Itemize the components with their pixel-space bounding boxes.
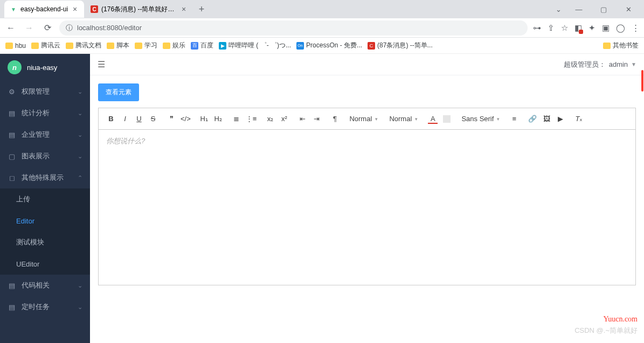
sidebar-item-stats[interactable]: ▤统计分析⌄ bbox=[0, 102, 90, 124]
bookmark-entertainment[interactable]: 娱乐 bbox=[163, 41, 185, 50]
sidebar-item-permissions[interactable]: ⚙权限管理⌄ bbox=[0, 81, 90, 102]
code-block-button[interactable]: </> bbox=[181, 115, 191, 123]
maximize-button[interactable]: ▢ bbox=[596, 5, 611, 13]
chevron-down-icon: ⌄ bbox=[78, 282, 82, 289]
size-select[interactable]: Normal▾ bbox=[345, 115, 383, 123]
outdent-button[interactable]: ⇤ bbox=[297, 115, 307, 123]
underline-button[interactable]: U bbox=[134, 115, 144, 123]
sidebar-item-enterprise[interactable]: ▤企业管理⌄ bbox=[0, 124, 90, 145]
bookmark-baidu[interactable]: 百百度 bbox=[191, 41, 213, 50]
link-button[interactable]: 🔗 bbox=[528, 115, 537, 123]
folder-icon bbox=[107, 43, 114, 49]
sidebar-subitem-test[interactable]: 测试模块 bbox=[0, 232, 90, 253]
star-icon[interactable]: ☆ bbox=[561, 23, 568, 33]
bookmark-tencent-cloud[interactable]: 腾讯云 bbox=[31, 41, 60, 50]
user-dropdown[interactable]: 超级管理员： admin ▼ bbox=[564, 60, 636, 69]
bookmark-processon[interactable]: OnProcessOn - 免费... bbox=[296, 41, 362, 50]
chart-icon: ▢ bbox=[8, 152, 16, 160]
sidebar-subitem-ueditor[interactable]: UEditor bbox=[0, 253, 90, 275]
main-panel: ☰ 超级管理员： admin ▼ 查看元素 B I U S ❞ </> bbox=[90, 54, 644, 343]
back-button[interactable]: ← bbox=[4, 23, 17, 33]
tab-strip: ▼ easy-backend-ui × C (176条消息) --简单就好的博客… bbox=[0, 0, 644, 18]
processon-icon: On bbox=[296, 42, 304, 50]
sidebar-submenu: 上传 Editor 测试模块 UEditor bbox=[0, 188, 90, 275]
chevron-down-icon[interactable]: ⌄ bbox=[556, 5, 562, 13]
bullet-list-button[interactable]: ⋮≡ bbox=[246, 115, 257, 123]
sidebar-item-code[interactable]: ▤代码相关⌄ bbox=[0, 275, 90, 296]
folder-icon bbox=[603, 43, 611, 49]
rtl-button[interactable]: ¶ bbox=[330, 115, 340, 123]
browser-tab-1[interactable]: C (176条消息) --简单就好的博客_ × bbox=[85, 1, 193, 18]
header-select[interactable]: Normal▾ bbox=[385, 115, 423, 123]
sidebar-item-special[interactable]: ◻其他特殊展示⌃ bbox=[0, 167, 90, 188]
forward-button[interactable]: → bbox=[23, 23, 36, 33]
browser-chrome: ▼ easy-backend-ui × C (176条消息) --简单就好的博客… bbox=[0, 0, 644, 54]
sidebar-subitem-upload[interactable]: 上传 bbox=[0, 188, 90, 210]
bookmark-hbu[interactable]: hbu bbox=[5, 42, 26, 50]
bookmark-csdn[interactable]: C(87条消息) --简单... bbox=[368, 41, 433, 50]
chevron-down-icon: ▾ bbox=[375, 116, 378, 122]
close-icon[interactable]: × bbox=[180, 5, 188, 13]
align-button[interactable]: ≡ bbox=[509, 115, 519, 123]
sidebar-item-tasks[interactable]: ▤定时任务⌄ bbox=[0, 296, 90, 318]
bg-color-button[interactable] bbox=[442, 115, 452, 123]
image-button[interactable]: 🖼 bbox=[542, 115, 551, 123]
info-icon[interactable]: ⓘ bbox=[66, 23, 73, 33]
reload-button[interactable]: ⟳ bbox=[41, 23, 54, 33]
minimize-button[interactable]: — bbox=[571, 5, 586, 13]
subscript-button[interactable]: x₂ bbox=[265, 115, 275, 123]
extension-icon[interactable]: ◧ bbox=[574, 23, 582, 33]
other-bookmarks[interactable]: 其他书签 bbox=[603, 41, 639, 50]
url-actions: ⊶ ⇪ ☆ ◧ ✦ ▣ ◯ ⋮ bbox=[533, 23, 640, 33]
url-bar[interactable]: ⓘ localhost:8080/editor bbox=[59, 20, 528, 36]
key-icon[interactable]: ⊶ bbox=[533, 23, 541, 33]
bookmark-icon: ◻ bbox=[8, 174, 16, 182]
menu-dots-icon[interactable]: ⋮ bbox=[632, 23, 640, 33]
ordered-list-button[interactable]: ≣ bbox=[232, 115, 241, 123]
folder-icon bbox=[135, 43, 142, 49]
clock-icon: ▤ bbox=[8, 303, 16, 311]
url-text: localhost:8080/editor bbox=[77, 24, 142, 32]
chevron-down-icon: ⌄ bbox=[78, 131, 82, 138]
indent-button[interactable]: ⇥ bbox=[311, 115, 321, 123]
close-icon[interactable]: × bbox=[71, 5, 79, 13]
hamburger-icon[interactable]: ☰ bbox=[98, 59, 105, 69]
h1-button[interactable]: H₁ bbox=[199, 115, 209, 123]
side-panel-icon[interactable]: ▣ bbox=[602, 23, 610, 33]
puzzle-icon[interactable]: ✦ bbox=[588, 23, 595, 33]
sidebar-item-charts[interactable]: ▢图表展示⌄ bbox=[0, 145, 90, 167]
editor-textarea[interactable]: 你想说什么? bbox=[98, 129, 636, 285]
sidebar: n niua-easy ⚙权限管理⌄ ▤统计分析⌄ ▤企业管理⌄ ▢图表展示⌄ … bbox=[0, 54, 90, 343]
new-tab-button[interactable]: + bbox=[194, 2, 209, 17]
strike-button[interactable]: S bbox=[148, 115, 158, 123]
chevron-down-icon: ⌄ bbox=[78, 88, 82, 95]
logo-text: niua-easy bbox=[27, 64, 57, 72]
chart-icon: ▤ bbox=[8, 109, 16, 117]
bookmark-tencent-docs[interactable]: 腾讯文档 bbox=[66, 41, 101, 50]
bold-button[interactable]: B bbox=[106, 115, 116, 123]
sidebar-subitem-editor[interactable]: Editor bbox=[0, 210, 90, 232]
browser-tab-0[interactable]: ▼ easy-backend-ui × bbox=[4, 1, 84, 18]
chevron-down-icon: ⌄ bbox=[78, 110, 82, 117]
h2-button[interactable]: H₂ bbox=[213, 115, 223, 123]
bookmark-scripts[interactable]: 脚本 bbox=[107, 41, 129, 50]
font-select[interactable]: Sans Serif▾ bbox=[457, 115, 504, 123]
bookmark-study[interactable]: 学习 bbox=[135, 41, 157, 50]
blockquote-button[interactable]: ❞ bbox=[167, 115, 176, 123]
video-button[interactable]: ▶ bbox=[556, 115, 565, 123]
logo[interactable]: n niua-easy bbox=[0, 54, 90, 81]
superscript-button[interactable]: x² bbox=[279, 115, 289, 123]
italic-button[interactable]: I bbox=[120, 115, 130, 123]
bookmark-bilibili[interactable]: ▶哔哩哔哩 ( ゜- ゜)つ... bbox=[219, 41, 291, 50]
folder-icon bbox=[163, 43, 170, 49]
user-name: admin bbox=[609, 60, 628, 68]
share-icon[interactable]: ⇪ bbox=[548, 23, 555, 33]
close-window-button[interactable]: ✕ bbox=[621, 5, 636, 13]
content-area: 查看元素 B I U S ❞ </> H₁ H₂ ≣ ⋮≡ bbox=[90, 75, 644, 343]
tab-favicon-1: C bbox=[91, 5, 98, 13]
clear-format-button[interactable]: Tₓ bbox=[574, 115, 584, 123]
text-color-button[interactable]: A bbox=[428, 115, 438, 123]
profile-icon[interactable]: ◯ bbox=[616, 23, 625, 33]
bookmarks-bar: hbu 腾讯云 腾讯文档 脚本 学习 娱乐 百百度 ▶哔哩哔哩 ( ゜- ゜)つ… bbox=[0, 38, 644, 54]
view-element-button[interactable]: 查看元素 bbox=[98, 83, 139, 101]
